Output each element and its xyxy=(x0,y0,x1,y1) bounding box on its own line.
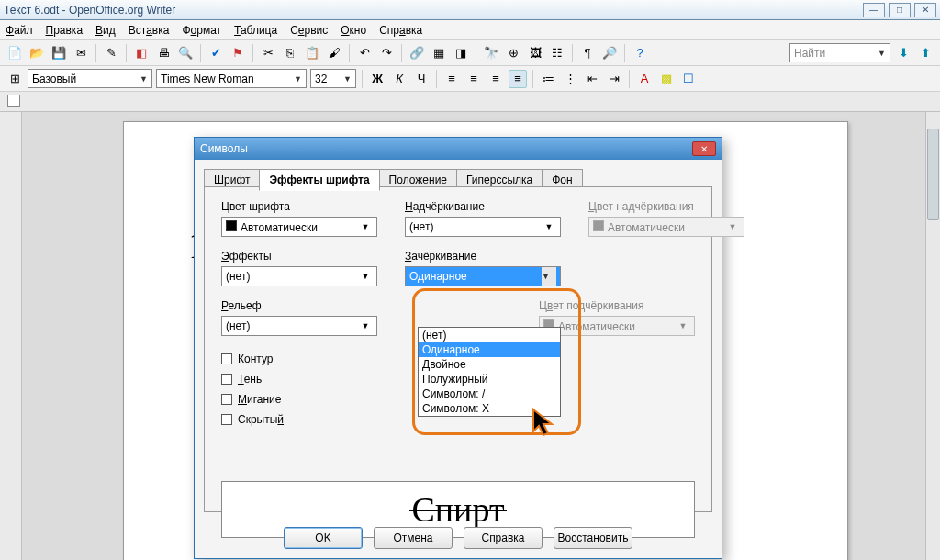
fontsize-combo[interactable]: 32 ▼ xyxy=(310,69,356,88)
bullet-list-icon[interactable]: ⋮ xyxy=(561,70,579,88)
align-justify-icon[interactable]: ≡ xyxy=(509,70,527,88)
chevron-down-icon: ▼ xyxy=(358,222,373,231)
autospell-icon[interactable]: ⚑ xyxy=(229,44,247,62)
find-next-icon[interactable]: ⬇ xyxy=(894,44,912,62)
chevron-down-icon: ▼ xyxy=(358,321,373,330)
find-prev-icon[interactable]: ⬆ xyxy=(916,44,934,62)
chevron-down-icon: ▼ xyxy=(343,74,352,84)
option-cross[interactable]: Символом: X xyxy=(419,401,560,416)
separator xyxy=(126,44,127,62)
print-icon[interactable]: 🖶 xyxy=(154,44,173,62)
menu-window[interactable]: Окно xyxy=(341,24,366,37)
pdf-icon[interactable]: ◧ xyxy=(132,44,151,62)
find-combo[interactable]: Найти ▼ xyxy=(789,43,890,62)
menu-help[interactable]: Справка xyxy=(379,24,422,37)
indent-icon[interactable]: ⇥ xyxy=(605,70,623,88)
menu-format[interactable]: Формат xyxy=(182,24,221,37)
table-icon[interactable]: ▦ xyxy=(430,44,448,62)
combo-font-color[interactable]: Автоматически ▼ xyxy=(221,217,377,237)
spellcheck-icon[interactable]: ✔ xyxy=(207,44,225,62)
tab-stop-icon[interactable] xyxy=(7,95,20,107)
combo-effects[interactable]: (нет) ▼ xyxy=(221,266,377,286)
bgcolor-icon[interactable]: ☐ xyxy=(679,70,698,88)
style-value: Базовый xyxy=(32,73,76,85)
combo-overline[interactable]: (нет) ▼ xyxy=(405,217,561,237)
styles-icon[interactable]: ⊞ xyxy=(6,70,24,88)
redo-icon[interactable]: ↷ xyxy=(377,44,396,62)
menu-edit[interactable]: Правка xyxy=(46,24,84,37)
bold-icon[interactable]: Ж xyxy=(368,70,386,88)
help-icon[interactable]: ? xyxy=(631,44,649,62)
titlebar: Текст 6.odt - OpenOffice.org Writer — □ … xyxy=(0,0,940,20)
ok-button[interactable]: OK xyxy=(284,527,363,549)
copy-icon[interactable]: ⎘ xyxy=(281,44,299,62)
align-center-icon[interactable]: ≡ xyxy=(464,70,483,88)
brush-icon[interactable]: 🖌 xyxy=(325,44,343,62)
tab-font-effects[interactable]: Эффекты шрифта xyxy=(259,169,379,191)
dialog-character: Символы ✕ Шрифт Эффекты шрифта Положение… xyxy=(194,137,722,559)
reset-button[interactable]: Восстановить xyxy=(554,527,632,549)
edit-icon[interactable]: ✎ xyxy=(102,44,120,62)
link-icon[interactable]: 🔗 xyxy=(408,44,426,62)
combo-relief[interactable]: (нет) ▼ xyxy=(221,316,377,336)
menu-view[interactable]: Вид xyxy=(95,24,116,37)
align-left-icon[interactable]: ≡ xyxy=(442,70,461,88)
option-none[interactable]: (нет) xyxy=(419,328,560,342)
find-icon[interactable]: 🔭 xyxy=(482,44,500,62)
help-button[interactable]: Справка xyxy=(464,527,543,549)
menu-table[interactable]: Таблица xyxy=(234,24,277,37)
menu-file[interactable]: ФФайлайл xyxy=(6,24,33,37)
cut-icon[interactable]: ✂ xyxy=(259,44,277,62)
dialog-close-button[interactable]: ✕ xyxy=(692,141,716,156)
font-combo[interactable]: Times New Roman ▼ xyxy=(156,69,307,88)
style-combo[interactable]: Базовый ▼ xyxy=(28,69,152,88)
open-icon[interactable]: 📂 xyxy=(28,44,46,62)
nonprint-icon[interactable]: ¶ xyxy=(578,44,597,62)
label-overline: Надчёркивание xyxy=(405,200,561,213)
zoom-icon[interactable]: 🔎 xyxy=(600,44,619,62)
save-icon[interactable]: 💾 xyxy=(50,44,68,62)
option-slash[interactable]: Символом: / xyxy=(419,386,560,401)
chevron-down-icon: ▼ xyxy=(542,222,556,231)
maximize-button[interactable]: □ xyxy=(889,3,911,17)
label-font-color: Цвет шрифта xyxy=(221,200,377,213)
menu-tools[interactable]: Сервис xyxy=(290,24,328,37)
font-color-icon[interactable]: A xyxy=(635,70,654,88)
option-bold[interactable]: Полужирный xyxy=(419,372,560,386)
option-double[interactable]: Двойное xyxy=(419,357,560,372)
navigator-icon[interactable]: ⊕ xyxy=(504,44,522,62)
scrollbar-thumb[interactable] xyxy=(927,129,939,220)
chevron-down-icon: ▼ xyxy=(878,49,886,58)
tab-panel-effects: Цвет шрифта Автоматически ▼ Надчёркивани… xyxy=(204,186,712,512)
menu-insert[interactable]: Вставка xyxy=(129,24,170,37)
preview-icon[interactable]: 🔍 xyxy=(176,44,195,62)
option-single[interactable]: Одинарное xyxy=(419,342,560,357)
separator xyxy=(200,44,201,62)
undo-icon[interactable]: ↶ xyxy=(355,44,374,62)
close-button[interactable]: ✕ xyxy=(914,3,936,17)
minimize-button[interactable]: — xyxy=(863,3,885,17)
underline-icon[interactable]: Ч xyxy=(412,70,431,88)
mail-icon[interactable]: ✉ xyxy=(72,44,90,62)
new-icon[interactable]: 📄 xyxy=(6,44,24,62)
separator xyxy=(401,44,402,62)
numbered-list-icon[interactable]: ≔ xyxy=(539,70,557,88)
separator xyxy=(476,44,476,62)
cancel-button[interactable]: Отмена xyxy=(374,527,453,549)
gallery-icon[interactable]: 🖼 xyxy=(526,44,544,62)
outdent-icon[interactable]: ⇤ xyxy=(583,70,601,88)
italic-icon[interactable]: К xyxy=(390,70,408,88)
dialog-titlebar[interactable]: Символы ✕ xyxy=(195,138,722,160)
separator xyxy=(629,70,630,88)
sources-icon[interactable]: ☷ xyxy=(548,44,566,62)
dialog-title: Символы xyxy=(200,142,248,155)
highlight-icon[interactable]: ▩ xyxy=(657,70,676,88)
dropdown-strikethrough-list[interactable]: (нет) Одинарное Двойное Полужирный Симво… xyxy=(418,327,561,417)
chevron-down-icon: ▼ xyxy=(358,272,373,281)
separator xyxy=(624,44,625,62)
combo-strikethrough[interactable]: Одинарное ▼ xyxy=(405,266,561,286)
show-icon[interactable]: ◨ xyxy=(452,44,470,62)
vertical-scrollbar[interactable] xyxy=(925,112,940,560)
align-right-icon[interactable]: ≡ xyxy=(487,70,505,88)
paste-icon[interactable]: 📋 xyxy=(303,44,321,62)
